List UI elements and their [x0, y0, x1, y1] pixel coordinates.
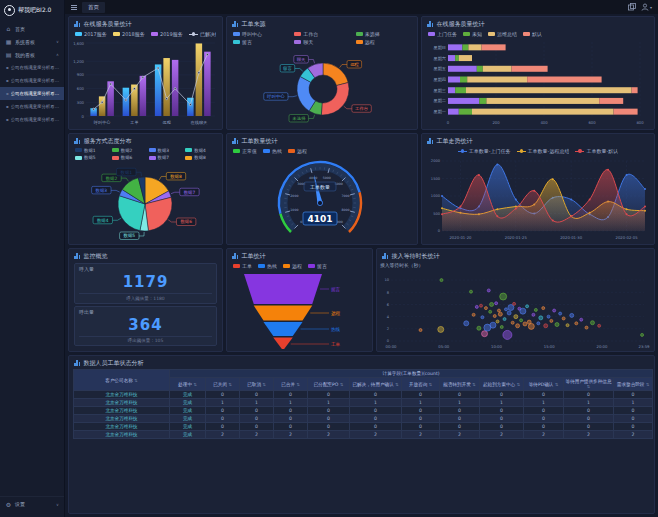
- scatter-chart[interactable]: 接入等待时长（秒）024681000:0005:0010:0015:0020:0…: [377, 261, 650, 350]
- legend-item[interactable]: 数据3: [149, 148, 180, 153]
- chart-icon: [74, 138, 80, 144]
- legend: 上门任务未知运维总结默认: [422, 29, 654, 39]
- sidebar-board-item-2[interactable]: ▪公司在线满意度分析看板…: [0, 87, 64, 100]
- sidebar-board-item-4[interactable]: ▪公司在线满意度分析看板…: [0, 113, 64, 126]
- sort-icon[interactable]: ⇅: [193, 382, 196, 387]
- legend-item[interactable]: 未选择: [356, 31, 411, 37]
- legend-item[interactable]: 聊天: [294, 39, 349, 45]
- stat-footer: 呼入阈值量：1180: [79, 293, 212, 301]
- legend-item[interactable]: 正常值: [233, 148, 257, 154]
- column-header[interactable]: 已分配至PO ⇅: [308, 378, 350, 391]
- legend-item[interactable]: 呼叫中心: [233, 31, 288, 37]
- area-chart[interactable]: 05001000150020002020-01-202020-01-252020…: [422, 156, 650, 241]
- legend-item[interactable]: 热线: [258, 263, 277, 269]
- legend-item[interactable]: 工单数量-远程总结: [517, 148, 570, 154]
- tab-home[interactable]: 首页: [82, 2, 105, 13]
- cell-value: 0: [240, 423, 274, 431]
- user-menu[interactable]: ▾: [641, 3, 652, 11]
- sidebar-board-item-1[interactable]: ▪公司在线满意度分析看板…: [0, 74, 64, 87]
- column-header[interactable]: 能否转到开发 ⇅: [440, 378, 480, 391]
- bar-line-chart[interactable]: 03006009001,2001,600呼叫中心工单远程在线聊天: [69, 39, 218, 126]
- column-header[interactable]: 等待用户提供多种信息 ⇅: [564, 378, 614, 391]
- svg-text:05:00: 05:00: [438, 344, 450, 349]
- column-header[interactable]: 已取消 ⇅: [240, 378, 274, 391]
- legend-item[interactable]: 数据6: [112, 155, 143, 160]
- sort-icon[interactable]: ⇅: [555, 382, 558, 387]
- column-header[interactable]: 需求整合阶段 ⇅: [614, 378, 653, 391]
- table-row[interactable]: 北京金万维科技完成00000000000: [74, 407, 653, 415]
- legend-item[interactable]: 远程: [283, 263, 302, 269]
- sort-icon[interactable]: ⇅: [340, 382, 343, 387]
- svg-text:呼叫中心: 呼叫中心: [267, 93, 285, 99]
- sidebar-item-home[interactable]: ⌂ 首页: [0, 22, 64, 35]
- legend-item[interactable]: 数据4: [185, 148, 216, 153]
- legend-item[interactable]: 2019服务量: [151, 31, 183, 37]
- legend-item[interactable]: 数据8: [185, 155, 216, 160]
- legend-item[interactable]: 远程: [288, 148, 307, 154]
- legend-item[interactable]: 工单数量-上门任务: [458, 148, 511, 154]
- sort-icon[interactable]: ⇅: [472, 382, 475, 387]
- legend-item[interactable]: 工作台: [294, 31, 349, 37]
- sidebar-item-settings[interactable]: ⚙ 设置 ∨: [0, 496, 64, 511]
- legend-item[interactable]: 数据2: [112, 148, 143, 153]
- cell-value: 0: [480, 415, 524, 423]
- dashboard-content: 在线服务质量统计 2017服务量2018服务量2019服务量已解决数 03006…: [65, 14, 658, 517]
- table-row[interactable]: 北京金万维科技完成11111111111: [74, 399, 653, 407]
- windows-icon[interactable]: [628, 3, 636, 11]
- stacked-bar-chart[interactable]: 0200400600800星期日星期六星期五星期四星期三星期二星期一: [422, 39, 650, 126]
- funnel-chart[interactable]: 留言远程热线工单: [227, 271, 368, 349]
- legend-item[interactable]: 未知: [463, 31, 482, 37]
- gauge-chart[interactable]: 0100020003000400050006000700080009000工单数…: [227, 156, 413, 241]
- table-row[interactable]: 北京金万维科技完成00000000000: [74, 423, 653, 431]
- legend-item[interactable]: 数据1: [75, 148, 106, 153]
- donut-chart[interactable]: 远程工作台未选择呼叫中心留言聊天: [227, 47, 413, 127]
- svg-text:2000: 2000: [290, 194, 298, 198]
- sort-icon[interactable]: ⇅: [429, 382, 432, 387]
- sidebar-board-item-0[interactable]: ▪公司在线满意度分析看板…: [0, 61, 64, 74]
- legend-item[interactable]: 留言: [308, 263, 327, 269]
- legend: 呼叫中心工作台未选择留言聊天远程: [227, 29, 417, 47]
- sort-icon[interactable]: ⇅: [262, 382, 265, 387]
- legend-item[interactable]: 数据5: [75, 155, 106, 160]
- column-header[interactable]: 等待PD确认 ⇅: [524, 378, 564, 391]
- sort-icon[interactable]: ⇅: [228, 382, 231, 387]
- column-header[interactable]: 已合并 ⇅: [274, 378, 308, 391]
- legend-item[interactable]: 工单: [233, 263, 252, 269]
- table-row[interactable]: 北京金万维科技完成00000000000: [74, 391, 653, 399]
- column-header[interactable]: 处理中 ⇅: [170, 378, 206, 391]
- legend-item[interactable]: 远程: [356, 39, 411, 45]
- legend-item[interactable]: 数据7: [149, 155, 180, 160]
- svg-text:2020-02-05: 2020-02-05: [616, 235, 639, 240]
- caret-down-icon: ▾: [650, 5, 652, 10]
- legend-item[interactable]: 已解决数: [189, 31, 216, 37]
- sidebar-item-my-boards[interactable]: ▤ 我的看板 ∧: [0, 48, 64, 61]
- column-header[interactable]: 起始到方案中心 ⇅: [480, 378, 524, 391]
- sort-icon[interactable]: ⇅: [134, 378, 137, 383]
- pie-chart[interactable]: 数据8数据7数据6数据5数据4数据3数据2数据1: [69, 162, 218, 243]
- legend-item[interactable]: 留言: [233, 39, 288, 45]
- column-header[interactable]: 已解决，待用户确认 ⇅: [350, 378, 402, 391]
- legend-item[interactable]: 上门任务: [428, 31, 457, 37]
- table-row[interactable]: 北京金万维科技完成22222222222: [74, 431, 653, 439]
- svg-text:远程: 远程: [350, 62, 359, 67]
- column-header[interactable]: 开放咨询 ⇅: [402, 378, 440, 391]
- sidebar-item-system-boards[interactable]: ▦ 系统看板 ∨: [0, 35, 64, 48]
- column-header-company[interactable]: 客户公司名称 ⇅: [74, 370, 170, 391]
- sort-icon[interactable]: ⇅: [517, 382, 520, 387]
- svg-text:00:00: 00:00: [386, 344, 398, 349]
- cell-value: 0: [206, 415, 240, 423]
- sidebar-board-item-3[interactable]: ▪公司在线满意度分析看板…: [0, 100, 64, 113]
- legend-item[interactable]: 运维总结: [488, 31, 517, 37]
- column-header[interactable]: 已关闭 ⇅: [206, 378, 240, 391]
- sort-icon[interactable]: ⇅: [646, 382, 649, 387]
- sort-icon[interactable]: ⇅: [296, 382, 299, 387]
- sort-icon[interactable]: ⇅: [395, 382, 398, 387]
- menu-toggle-icon[interactable]: [71, 5, 77, 10]
- table-row[interactable]: 北京金万维科技完成00000000000: [74, 415, 653, 423]
- legend-item[interactable]: 热线: [263, 148, 282, 154]
- legend-item[interactable]: 工单数量-默认: [575, 148, 618, 154]
- legend-item[interactable]: 2018服务量: [113, 31, 145, 37]
- legend-item[interactable]: 2017服务量: [75, 31, 107, 37]
- sort-icon[interactable]: ⇅: [587, 384, 590, 389]
- legend-item[interactable]: 默认: [523, 31, 542, 37]
